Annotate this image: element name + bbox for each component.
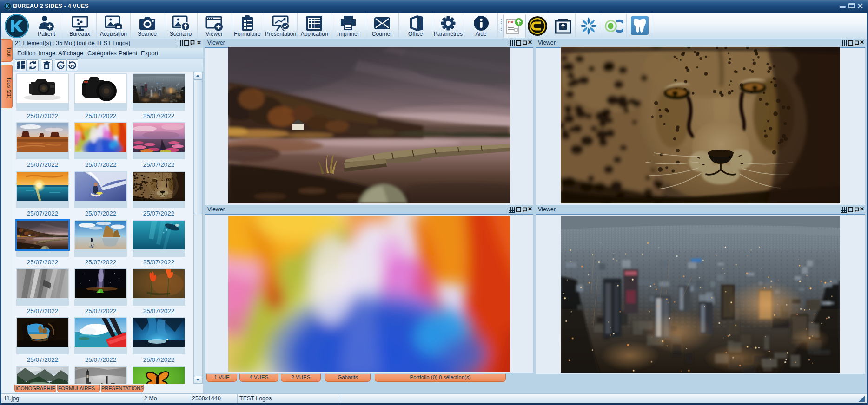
svg-text:90: 90 [71, 64, 74, 67]
svg-text:90: 90 [59, 64, 63, 67]
svg-text:PDF: PDF [508, 20, 514, 24]
